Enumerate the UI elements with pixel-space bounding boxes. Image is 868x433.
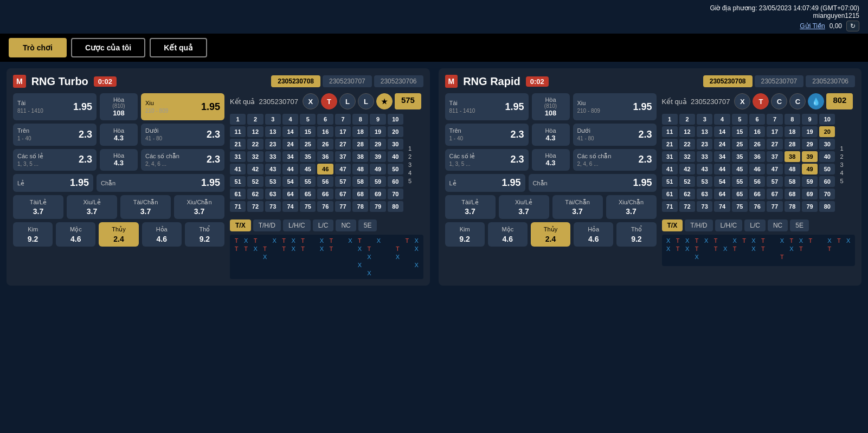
right-bet-xiu-chan[interactable]: Xiu/Chẵn 3.7 xyxy=(606,195,657,219)
number-btn-61[interactable]: 61 xyxy=(662,189,678,199)
nav-ket-qua[interactable]: Kết quả xyxy=(150,38,207,57)
number-btn-24[interactable]: 24 xyxy=(714,139,730,150)
number-btn-39[interactable]: 39 xyxy=(802,151,818,162)
number-btn-80[interactable]: 80 xyxy=(388,201,403,212)
left-tab-nc[interactable]: NC xyxy=(336,219,356,231)
number-btn-3[interactable]: 3 xyxy=(265,114,281,125)
number-btn-5[interactable]: 5 xyxy=(300,114,316,125)
number-btn-27[interactable]: 27 xyxy=(335,139,351,150)
right-bet-so-chan[interactable]: Các số chẵn2, 4, 6 ... 2.3 xyxy=(573,149,657,171)
number-btn-74[interactable]: 74 xyxy=(282,201,298,212)
number-btn-49[interactable]: 49 xyxy=(370,164,385,175)
number-btn-66[interactable]: 66 xyxy=(317,189,333,199)
number-btn-75[interactable]: 75 xyxy=(300,201,316,212)
number-btn-2[interactable]: 2 xyxy=(247,114,263,125)
number-btn-8[interactable]: 8 xyxy=(352,114,368,125)
number-btn-66[interactable]: 66 xyxy=(749,189,765,199)
number-btn-46[interactable]: 46 xyxy=(317,164,333,175)
number-btn-40[interactable]: 40 xyxy=(819,151,835,162)
bet-xiu-chan[interactable]: Xiu/Chẵn 3.7 xyxy=(174,195,224,219)
bet-moc[interactable]: Mộc 4.6 xyxy=(56,222,95,246)
right-tab-1[interactable]: 2305230707 xyxy=(755,75,804,87)
number-btn-58[interactable]: 58 xyxy=(352,176,368,187)
number-btn-36[interactable]: 36 xyxy=(749,151,765,162)
right-bet-tai-le[interactable]: Tài/Lẻ 3.7 xyxy=(445,195,496,219)
number-btn-50[interactable]: 50 xyxy=(388,164,403,175)
number-btn-57[interactable]: 57 xyxy=(767,176,782,187)
number-btn-60[interactable]: 60 xyxy=(388,176,403,187)
number-btn-14[interactable]: 14 xyxy=(282,126,298,137)
bet-xiu-le[interactable]: Xiu/Lẻ 3.7 xyxy=(67,195,117,219)
number-btn-57[interactable]: 57 xyxy=(335,176,351,187)
number-btn-48[interactable]: 48 xyxy=(785,164,800,175)
refresh-button[interactable]: ↻ xyxy=(846,21,859,31)
number-btn-73[interactable]: 73 xyxy=(697,201,712,212)
number-btn-20[interactable]: 20 xyxy=(388,126,403,137)
number-btn-30[interactable]: 30 xyxy=(388,139,403,150)
number-btn-6[interactable]: 6 xyxy=(317,114,333,125)
number-btn-78[interactable]: 78 xyxy=(352,201,368,212)
right-bet-hoa-tren[interactable]: Hòa 4.3 xyxy=(532,124,570,146)
bet-hoa-tren[interactable]: Hòa 4.3 xyxy=(100,124,138,146)
left-tab-lhc[interactable]: L/H/C xyxy=(283,219,311,231)
bet-hoa-element[interactable]: Hỏa 4.6 xyxy=(142,222,182,246)
number-btn-69[interactable]: 69 xyxy=(802,189,818,199)
number-btn-51[interactable]: 51 xyxy=(662,176,678,187)
bet-so-le[interactable]: Các số lẻ1, 3, 5 ... 2.3 xyxy=(13,149,97,171)
right-tab-5e[interactable]: 5E xyxy=(790,219,809,231)
number-btn-48[interactable]: 48 xyxy=(352,164,368,175)
number-btn-7[interactable]: 7 xyxy=(767,114,782,125)
number-btn-1[interactable]: 1 xyxy=(230,114,246,125)
right-bet-hoa-element[interactable]: Hỏa 4.6 xyxy=(574,222,613,246)
number-btn-20[interactable]: 20 xyxy=(819,126,835,137)
number-btn-37[interactable]: 37 xyxy=(335,151,351,162)
number-btn-31[interactable]: 31 xyxy=(230,151,246,162)
number-btn-29[interactable]: 29 xyxy=(802,139,818,150)
bet-le[interactable]: Lẻ 1.95 xyxy=(13,174,93,192)
number-btn-7[interactable]: 7 xyxy=(335,114,351,125)
right-tab-thd[interactable]: T/H/D xyxy=(685,219,712,231)
number-btn-77[interactable]: 77 xyxy=(767,201,782,212)
number-btn-55[interactable]: 55 xyxy=(300,176,316,187)
number-btn-65[interactable]: 65 xyxy=(300,189,316,199)
number-btn-28[interactable]: 28 xyxy=(352,139,368,150)
number-btn-17[interactable]: 17 xyxy=(767,126,782,137)
number-btn-67[interactable]: 67 xyxy=(767,189,782,199)
number-btn-16[interactable]: 16 xyxy=(317,126,333,137)
number-btn-62[interactable]: 62 xyxy=(679,189,695,199)
number-btn-53[interactable]: 53 xyxy=(265,176,281,187)
number-btn-12[interactable]: 12 xyxy=(247,126,263,137)
right-bet-thuy[interactable]: Thủy 2.4 xyxy=(531,222,570,246)
number-btn-22[interactable]: 22 xyxy=(679,139,695,150)
number-btn-23[interactable]: 23 xyxy=(265,139,281,150)
number-btn-74[interactable]: 74 xyxy=(714,201,730,212)
number-btn-42[interactable]: 42 xyxy=(679,164,695,175)
bet-so-chan[interactable]: Các số chẵn2, 4, 6 ... 2.3 xyxy=(141,149,224,171)
number-btn-47[interactable]: 47 xyxy=(335,164,351,175)
bet-xiu[interactable]: Xiu210 - 809 1.95 xyxy=(141,93,224,120)
number-btn-43[interactable]: 43 xyxy=(697,164,712,175)
bet-tren[interactable]: Trên1 - 40 2.3 xyxy=(13,124,97,146)
number-btn-28[interactable]: 28 xyxy=(785,139,800,150)
number-btn-26[interactable]: 26 xyxy=(749,139,765,150)
number-btn-70[interactable]: 70 xyxy=(388,189,403,199)
number-btn-38[interactable]: 38 xyxy=(785,151,800,162)
number-btn-13[interactable]: 13 xyxy=(265,126,281,137)
right-bet-xiu[interactable]: Xiu210 - 809 1.95 xyxy=(573,93,657,120)
number-btn-79[interactable]: 79 xyxy=(370,201,385,212)
right-bet-hoa-le[interactable]: Hòa 4.3 xyxy=(532,149,570,171)
number-btn-44[interactable]: 44 xyxy=(282,164,298,175)
number-btn-76[interactable]: 76 xyxy=(749,201,765,212)
left-tab-tx[interactable]: T/X xyxy=(230,219,251,231)
number-btn-36[interactable]: 36 xyxy=(317,151,333,162)
number-btn-26[interactable]: 26 xyxy=(317,139,333,150)
right-tab-2[interactable]: 2305230706 xyxy=(806,75,855,87)
right-bet-tai[interactable]: Tài811 - 1410 1.95 xyxy=(445,93,529,120)
number-btn-65[interactable]: 65 xyxy=(732,189,748,199)
right-bet-tai-chan[interactable]: Tài/Chẵn 3.7 xyxy=(552,195,603,219)
right-tab-0[interactable]: 2305230708 xyxy=(703,75,753,87)
bet-tai-le[interactable]: Tài/Lẻ 3.7 xyxy=(13,195,63,219)
number-btn-72[interactable]: 72 xyxy=(247,201,263,212)
bet-tai[interactable]: Tài811 - 1410 1.95 xyxy=(13,93,97,120)
number-btn-37[interactable]: 37 xyxy=(767,151,782,162)
